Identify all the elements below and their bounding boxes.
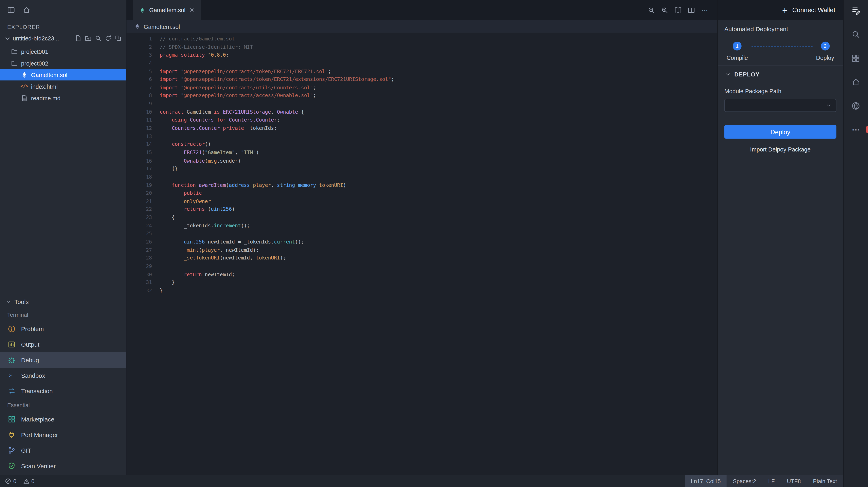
tool-item-problem[interactable]: Problem — [0, 321, 126, 337]
code-line-14[interactable]: 14 constructor() — [126, 141, 717, 149]
home-icon[interactable] — [23, 6, 30, 14]
tree-item-project002[interactable]: project002 — [0, 57, 126, 69]
warning-count[interactable]: 0 — [23, 478, 34, 484]
tree-item-readme-md[interactable]: readme.md — [0, 92, 126, 104]
tools-header[interactable]: Tools — [0, 295, 126, 308]
line-text — [152, 132, 160, 141]
rail-more-icon[interactable]: ⋯ — [843, 125, 868, 134]
code-line-19[interactable]: 19 function awardItem(address player, st… — [126, 181, 717, 189]
code-line-21[interactable]: 21 onlyOwner — [126, 197, 717, 206]
output-icon — [8, 341, 16, 348]
code-line-6[interactable]: 6import "@openzeppelin/contracts/token/E… — [126, 75, 717, 84]
code-line-25[interactable]: 25 — [126, 230, 717, 238]
code-line-4[interactable]: 4 — [126, 59, 717, 67]
notification-badge — [866, 126, 868, 133]
new-file-icon[interactable] — [75, 35, 82, 42]
tree-item-project001[interactable]: project001 — [0, 45, 126, 57]
rail-search-icon[interactable] — [843, 30, 868, 39]
workspace-row[interactable]: untitled-bfd2c23... — [0, 32, 126, 44]
rail-home-icon[interactable] — [843, 78, 868, 87]
rail-settings-icon[interactable] — [843, 101, 868, 111]
preview-icon[interactable] — [675, 6, 682, 14]
collapse-icon[interactable] — [115, 35, 122, 42]
code-line-11[interactable]: 11 using Counters for Counters.Counter; — [126, 116, 717, 124]
code-line-2[interactable]: 2// SPDX-License-Identifier: MIT — [126, 43, 717, 51]
code-line-1[interactable]: 1// contracts/GameItem.sol — [126, 35, 717, 43]
code-line-27[interactable]: 27 _mint(player, newItemId); — [126, 246, 717, 254]
code-line-10[interactable]: 10contract GameItem is ERC721URIStorage,… — [126, 108, 717, 116]
code-line-28[interactable]: 28 _setTokenURI(newItemId, tokenURI); — [126, 254, 717, 262]
line-number: 8 — [126, 92, 152, 100]
refresh-icon[interactable] — [105, 35, 112, 42]
tree-item-gameitem-sol[interactable]: GameItem.sol — [0, 69, 126, 81]
status-cursor-position[interactable]: Ln17, Col15 — [685, 475, 727, 487]
new-folder-icon[interactable] — [85, 35, 92, 42]
tool-item-output[interactable]: Output — [0, 337, 126, 352]
deploy-section-header[interactable]: DEPLOY — [718, 65, 843, 82]
line-text: returns (uint256) — [152, 206, 235, 214]
deploy-button[interactable]: Deploy — [724, 125, 836, 139]
code-line-3[interactable]: 3pragma solidity ^0.8.0; — [126, 51, 717, 59]
zoom-out-icon[interactable] — [648, 6, 655, 14]
error-count[interactable]: 0 — [5, 478, 17, 484]
tree-item-label: index.html — [31, 83, 58, 90]
panel-title: Automated Deployment — [724, 26, 836, 32]
code-line-20[interactable]: 20 public — [126, 189, 717, 197]
tool-item-scan-verifier[interactable]: Scan Verifier — [0, 458, 126, 474]
line-number: 25 — [126, 230, 152, 238]
code-line-24[interactable]: 24 _tokenIds.increment(); — [126, 222, 717, 230]
code-line-31[interactable]: 31 } — [126, 278, 717, 286]
code-line-12[interactable]: 12 Counters.Counter private _tokenIds; — [126, 124, 717, 132]
line-number: 14 — [126, 141, 152, 149]
code-line-8[interactable]: 8import "@openzeppelin/contracts/access/… — [126, 92, 717, 100]
code-line-16[interactable]: 16 Ownable(msg.sender) — [126, 157, 717, 165]
code-line-13[interactable]: 13 — [126, 132, 717, 141]
status-eol[interactable]: LF — [762, 475, 781, 487]
status-language-mode[interactable]: Plain Text — [807, 475, 843, 487]
status-encoding[interactable]: UTF8 — [781, 475, 807, 487]
code-editor[interactable]: 1// contracts/GameItem.sol2// SPDX-Licen… — [126, 33, 717, 475]
line-text: _tokenIds.increment(); — [152, 222, 250, 230]
port-icon — [8, 431, 16, 439]
split-icon[interactable] — [688, 6, 695, 14]
search-icon[interactable] — [95, 35, 101, 42]
line-text: import "@openzeppelin/contracts/access/O… — [152, 92, 316, 100]
panel-icon[interactable] — [7, 6, 15, 14]
code-line-26[interactable]: 26 uint256 newItemId = _tokenIds.current… — [126, 238, 717, 246]
git-icon — [8, 447, 16, 454]
rail-deployment-icon[interactable] — [843, 6, 868, 15]
code-line-17[interactable]: 17 {} — [126, 165, 717, 173]
import-deploy-package-link[interactable]: Import Delpoy Package — [724, 146, 836, 152]
tool-item-label: Problem — [21, 326, 44, 332]
code-line-15[interactable]: 15 ERC721("GameItem", "ITM") — [126, 149, 717, 157]
tool-item-sandbox[interactable]: >_Sandbox — [0, 368, 126, 383]
warning-count-value: 0 — [31, 478, 34, 484]
zoom-in-icon[interactable] — [661, 6, 669, 14]
tool-item-port-manager[interactable]: Port Manager — [0, 427, 126, 443]
code-line-5[interactable]: 5import "@openzeppelin/contracts/token/E… — [126, 67, 717, 75]
code-line-30[interactable]: 30 return newItemId; — [126, 270, 717, 278]
tool-item-transaction[interactable]: Transaction — [0, 383, 126, 399]
tool-item-git[interactable]: GIT — [0, 443, 126, 458]
line-text: pragma solidity ^0.8.0; — [152, 51, 229, 59]
more-icon[interactable]: ⋯ — [701, 6, 708, 14]
code-line-32[interactable]: 32} — [126, 286, 717, 295]
module-package-path-select[interactable] — [724, 99, 836, 112]
rail-apps-icon[interactable] — [843, 54, 868, 63]
code-line-23[interactable]: 23 { — [126, 214, 717, 222]
tab-gameitem-sol[interactable]: GameItem.sol — [133, 0, 201, 20]
breadcrumb[interactable]: GameItem.sol — [126, 20, 717, 33]
code-line-7[interactable]: 7import "@openzeppelin/contracts/utils/C… — [126, 84, 717, 92]
close-icon[interactable] — [189, 7, 195, 13]
code-line-29[interactable]: 29 — [126, 262, 717, 270]
marketplace-icon — [8, 416, 16, 423]
tool-item-debug[interactable]: Debug — [0, 352, 126, 368]
plus-icon: + — [782, 6, 788, 14]
connect-wallet-button[interactable]: + Connect Wallet — [782, 6, 835, 14]
tool-item-marketplace[interactable]: Marketplace — [0, 412, 126, 427]
code-line-9[interactable]: 9 — [126, 100, 717, 108]
status-indentation[interactable]: Spaces:2 — [727, 475, 762, 487]
code-line-22[interactable]: 22 returns (uint256) — [126, 206, 717, 214]
tree-item-index-html[interactable]: </>index.html — [0, 81, 126, 92]
code-line-18[interactable]: 18 — [126, 173, 717, 181]
